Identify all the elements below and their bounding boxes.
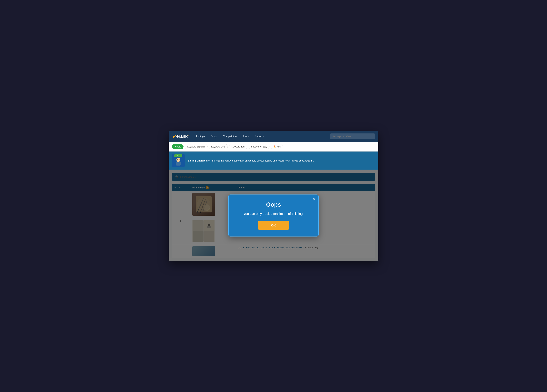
nav-link-competition[interactable]: Competition (220, 134, 239, 139)
svg-point-0 (176, 158, 180, 162)
logo-icon: ✔ (172, 134, 176, 139)
sub-nav: ? Help Keyword Explorer Keyword Lists Ke… (169, 142, 378, 151)
keyword-search-input[interactable] (330, 134, 375, 139)
logo: ✔ erank® (172, 134, 189, 139)
svg-rect-5 (179, 166, 180, 166)
nav-link-tools[interactable]: Tools (240, 134, 251, 139)
nav-link-listings[interactable]: Listings (194, 134, 208, 139)
subnav-hot[interactable]: 🔥 Hot! (271, 144, 283, 149)
main-content: 🔍 # ▲▼ Main Image ? Listing (169, 169, 378, 261)
info-banner: Intro Listing Changes: eRank has the abi (169, 151, 378, 169)
modal-close-button[interactable]: × (313, 197, 315, 201)
nav-link-shop[interactable]: Shop (208, 134, 219, 139)
subnav-keyword-explorer[interactable]: Keyword Explorer (185, 144, 208, 149)
banner-text: Listing Changes: eRank has the ability t… (188, 159, 314, 162)
mascot-icon (174, 157, 182, 166)
svg-point-6 (177, 159, 178, 160)
svg-rect-3 (180, 162, 181, 165)
intro-icon: Intro (172, 154, 185, 167)
svg-rect-2 (176, 162, 177, 165)
modal-title: Oops (237, 201, 310, 208)
modal-message: You can only track a maximum of 1 listin… (237, 211, 310, 216)
svg-rect-4 (177, 166, 178, 166)
intro-badge: Intro (174, 155, 182, 157)
help-button[interactable]: ? Help (172, 144, 184, 149)
subnav-spotted-on-etsy[interactable]: Spotted on Etsy (249, 144, 269, 149)
subnav-keyword-lists[interactable]: Keyword Lists (209, 144, 228, 149)
browser-window: ✔ erank® Listings Shop Competition Tools… (169, 131, 378, 261)
svg-point-7 (179, 159, 179, 160)
modal-ok-button[interactable]: OK (258, 221, 289, 230)
logo-text: erank® (176, 134, 189, 139)
oops-modal: × Oops You can only track a maximum of 1… (228, 194, 319, 237)
main-nav: ✔ erank® Listings Shop Competition Tools… (169, 131, 378, 142)
nav-links: Listings Shop Competition Tools Reports (194, 134, 328, 139)
nav-link-reports[interactable]: Reports (252, 134, 266, 139)
subnav-keyword-tool[interactable]: Keyword Tool (229, 144, 247, 149)
